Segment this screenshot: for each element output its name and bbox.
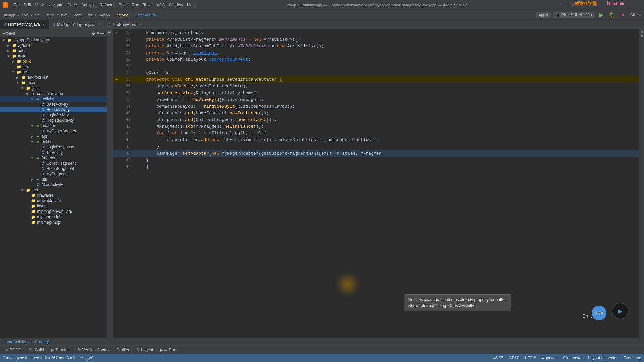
menu-navigate[interactable]: Navigate xyxy=(48,3,63,7)
charset-indicator[interactable]: UTF-8 xyxy=(525,356,536,360)
layout-inspector[interactable]: Layout Inspector xyxy=(588,356,618,360)
position-indicator[interactable]: 46:97 xyxy=(493,356,503,360)
tooltip-line2[interactable]: Show reformat dialog: Ctrl+Alt+Shift+L xyxy=(408,303,507,308)
right-icon2[interactable]: F xyxy=(640,35,643,37)
menu-help[interactable]: Help xyxy=(187,3,196,7)
minimize-button[interactable]: — xyxy=(559,3,563,7)
event-log[interactable]: Event Log xyxy=(623,356,641,360)
menu-analyze[interactable]: Analyze xyxy=(81,3,96,7)
activity-nav-button[interactable]: activity xyxy=(115,12,130,18)
tree-item-mainactivity[interactable]: C MainActivity xyxy=(0,182,107,187)
indent-indicator[interactable]: 4 spaces xyxy=(542,356,558,360)
tree-item-package-root[interactable]: ▼ ● com.ttit.myapp xyxy=(0,91,107,96)
tab-mypageradapter-close[interactable]: ✕ xyxy=(97,23,100,26)
tree-item-libs[interactable]: 📁 libs xyxy=(0,64,107,69)
menu-vcs[interactable]: VCS xyxy=(157,3,165,7)
java-button[interactable]: java xyxy=(59,12,70,18)
crlf-indicator[interactable]: CRLF xyxy=(509,356,519,360)
com-button[interactable]: com xyxy=(72,12,84,18)
tree-item-java[interactable]: ▼ 📁 java xyxy=(0,85,107,91)
tree-item-app[interactable]: ▼ 📁 app xyxy=(0,53,107,59)
right-icon1[interactable]: B xyxy=(640,31,643,33)
tree-item-androidtest[interactable]: ▶ 📁 androidTest xyxy=(0,75,107,80)
tree-item-root[interactable]: ▼ 📁 myapp E:\ttit\myapp xyxy=(0,37,107,43)
bilibili-play-button[interactable]: ▶ xyxy=(612,303,629,319)
bottom-tab-profiler[interactable]: Profiler xyxy=(113,346,133,354)
tab-homeactivity-close[interactable]: ✕ xyxy=(42,23,45,26)
sidebar-icon1[interactable]: ⚙ xyxy=(92,31,95,36)
tree-item-gradle[interactable]: ▶ 📁 .gradle xyxy=(0,43,107,48)
bottom-tab-todo[interactable]: ✓ TODO xyxy=(2,346,25,354)
sidebar-icon3[interactable]: — xyxy=(100,31,104,36)
menu-view[interactable]: View xyxy=(35,3,44,7)
bottom-tab-build[interactable]: 🔨 Build xyxy=(25,346,48,354)
bottom-tab-run[interactable]: ▶ 4: Run xyxy=(157,346,180,354)
menu-window[interactable]: Window xyxy=(169,3,183,7)
tree-item-loginresponse[interactable]: C LoginResponse xyxy=(0,144,107,150)
tree-item-res[interactable]: ▼ 📁 res xyxy=(0,187,107,193)
tree-item-fragment-pkg[interactable]: ▼ ● fragment xyxy=(0,155,107,161)
tab-mypageradapter[interactable]: J MyPagerAdapter.java ✕ xyxy=(49,20,105,29)
app-folder-button[interactable]: app xyxy=(20,12,30,18)
tree-item-api-pkg[interactable]: ▶ ● api xyxy=(0,134,107,139)
maximize-button[interactable]: □ xyxy=(566,3,568,7)
tree-item-myfragment[interactable]: C MyFragment xyxy=(0,171,107,177)
src-button[interactable]: src xyxy=(33,12,42,18)
bottom-tab-vcs[interactable]: 9: Version Control xyxy=(74,346,113,354)
tree-item-adapter-pkg[interactable]: ▼ ● adapter xyxy=(0,123,107,128)
tree-item-build[interactable]: ▶ 📁 build xyxy=(0,59,107,64)
git-button[interactable]: Git: ✓ xyxy=(628,12,642,18)
bottom-tab-terminal[interactable]: ▶ Terminal xyxy=(48,346,74,354)
git-indicator[interactable]: Git: master xyxy=(563,356,583,360)
menu-edit[interactable]: Edit xyxy=(24,3,31,7)
tree-item-mipmap-anydpi[interactable]: 📁 mipmap-anydpi-v26 xyxy=(0,209,107,214)
menu-code[interactable]: Code xyxy=(67,3,77,7)
tree-item-collectfragment[interactable]: C CollectFragment xyxy=(0,161,107,166)
tree-item-layout[interactable]: 📁 layout xyxy=(0,203,107,209)
breadcrumb-method[interactable]: onCreate() xyxy=(30,340,49,344)
code-editor[interactable]: ● 28 R.mipmap.my_selected}; 29 private A… xyxy=(113,29,639,338)
menu-run[interactable]: Run xyxy=(132,3,139,7)
tree-item-idea[interactable]: ▶ 📁 .idea xyxy=(0,48,107,53)
menu-refactor[interactable]: Refactor xyxy=(100,3,115,7)
tree-item-mipmap-hdpi[interactable]: 📁 mipmap-hdpi xyxy=(0,214,107,220)
app-selector[interactable]: app ▾ xyxy=(536,12,551,18)
menu-build[interactable]: Build xyxy=(119,3,128,7)
homeactivity-nav-button[interactable]: HomeActivity xyxy=(132,12,158,18)
run-button[interactable]: ▶ xyxy=(597,11,605,19)
project-button[interactable]: myapp xyxy=(2,12,17,18)
tree-item-main[interactable]: ▼ 📁 main xyxy=(0,80,107,85)
tree-item-drawable[interactable]: 📁 drawable xyxy=(0,193,107,198)
tree-item-src[interactable]: ▼ 📁 src xyxy=(0,69,107,75)
tab-tabentity[interactable]: J TabEntity.java ✕ xyxy=(104,20,146,29)
main-button[interactable]: main xyxy=(44,12,56,18)
tree-item-homeactivity[interactable]: C HomeActivity xyxy=(0,107,107,112)
close-button[interactable]: ✕ xyxy=(571,3,574,7)
tree-item-homefragment[interactable]: C HomeFragment xyxy=(0,166,107,171)
stop-button[interactable]: ■ xyxy=(619,12,626,18)
tree-item-entity-pkg[interactable]: ▼ ● entity xyxy=(0,139,107,144)
tab-tabentity-close[interactable]: ✕ xyxy=(139,23,142,26)
menu-file[interactable]: File xyxy=(13,3,20,7)
gutter-35: ● xyxy=(113,76,121,83)
menu-bar[interactable]: File Edit View Navigate Code Analyze Ref… xyxy=(13,3,196,7)
menu-tools[interactable]: Tools xyxy=(143,3,153,7)
debug-button[interactable]: 🐛 xyxy=(607,12,617,18)
tree-item-registeractivity[interactable]: C RegisterActivity xyxy=(0,118,107,123)
tree-item-mypageradapter[interactable]: C MyPagerAdapter xyxy=(0,128,107,134)
structure-icon[interactable]: S xyxy=(108,31,112,33)
breadcrumb-class[interactable]: HomeActivity xyxy=(3,340,26,344)
ttit-button[interactable]: ttit xyxy=(86,12,94,18)
bottom-tab-logcat[interactable]: 6: Logcat xyxy=(133,346,157,354)
device-selector[interactable]: 📱 Pixel 3 XL API 29 ▾ xyxy=(553,12,596,18)
tree-item-activity-pkg[interactable]: ▼ ● activity xyxy=(0,96,107,102)
tree-item-tabentity[interactable]: C TabEntity xyxy=(0,150,107,155)
tab-homeactivity[interactable]: J HomeActivity.java ✕ xyxy=(0,20,49,29)
tree-item-mipmap-mdpi[interactable]: 📁 mipmap-mdpi xyxy=(0,220,107,225)
tree-item-baseactivity[interactable]: C BaseActivity xyxy=(0,102,107,107)
tree-item-util-pkg[interactable]: ▶ ● util xyxy=(0,177,107,182)
myapp-button[interactable]: myapp xyxy=(97,12,112,18)
tree-item-loginactivity[interactable]: C LoginActivity xyxy=(0,112,107,118)
tree-item-drawable-v24[interactable]: 📁 drawable-v24 xyxy=(0,198,107,203)
sidebar-icon2[interactable]: ≡ xyxy=(97,31,99,36)
